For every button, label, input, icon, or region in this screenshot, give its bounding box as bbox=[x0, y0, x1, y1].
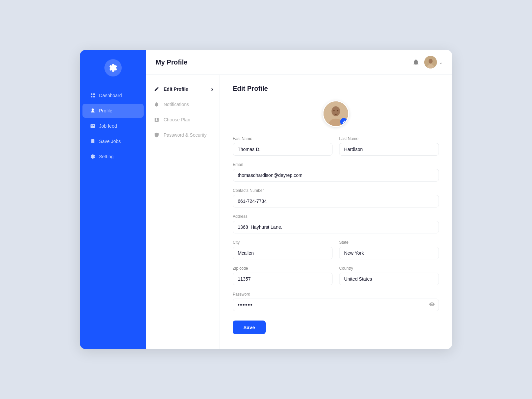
pencil-icon bbox=[154, 86, 160, 92]
contacts-group: Contacts Number bbox=[233, 188, 439, 207]
sidebar-item-label: Job feed bbox=[99, 123, 117, 129]
contacts-row: Contacts Number bbox=[233, 188, 439, 207]
page-title: My Profile bbox=[156, 59, 188, 66]
sidebar-item-label: Setting bbox=[99, 154, 114, 159]
form-title: Edit Profile bbox=[233, 85, 439, 92]
svg-rect-0 bbox=[91, 93, 92, 95]
app-container: Dashboard Profile Job feed bbox=[80, 50, 452, 349]
country-group: Country bbox=[339, 266, 439, 285]
last-name-label: Last Name bbox=[339, 136, 439, 141]
bell-small-icon bbox=[154, 101, 160, 107]
sidebar-item-job-feed[interactable]: Job feed bbox=[82, 119, 144, 133]
state-label: State bbox=[339, 240, 439, 245]
svg-rect-1 bbox=[93, 93, 95, 95]
bookmark-icon bbox=[90, 138, 96, 144]
chevron-down-icon: ⌄ bbox=[439, 60, 443, 65]
header-right: ⌄ bbox=[412, 56, 443, 68]
form-panel: Edit Profile bbox=[219, 75, 452, 349]
sidebar-item-label: Dashboard bbox=[99, 93, 122, 98]
logo-gear-icon bbox=[108, 63, 118, 72]
user-avatar-button[interactable]: ⌄ bbox=[424, 56, 443, 68]
content-area: Edit Profile Notifications Choose Plan bbox=[146, 75, 452, 349]
sub-nav-item-label: Edit Profile bbox=[164, 86, 188, 92]
avatar-section bbox=[233, 100, 439, 127]
first-name-input[interactable] bbox=[233, 143, 332, 156]
save-button[interactable]: Save bbox=[233, 321, 266, 334]
avatar bbox=[424, 56, 437, 68]
zip-country-row: Zip code Country bbox=[233, 266, 439, 285]
address-input[interactable] bbox=[233, 221, 439, 233]
city-state-row: City State bbox=[233, 240, 439, 259]
city-group: City bbox=[233, 240, 332, 259]
password-group: Password bbox=[233, 292, 439, 311]
email-input[interactable] bbox=[233, 169, 439, 182]
sub-nav-item-label: Choose Plan bbox=[164, 117, 190, 122]
sidebar-item-label: Profile bbox=[99, 108, 112, 113]
first-name-group: Fast Name bbox=[233, 136, 332, 156]
city-label: City bbox=[233, 240, 332, 245]
svg-point-5 bbox=[429, 59, 433, 64]
name-row: Fast Name Last Name bbox=[233, 136, 439, 156]
sidebar-item-dashboard[interactable]: Dashboard bbox=[82, 88, 144, 102]
address-label: Address bbox=[233, 214, 439, 219]
sidebar-item-label: Save Jobs bbox=[99, 139, 121, 144]
email-row: Email bbox=[233, 162, 439, 182]
sidebar-logo bbox=[104, 59, 122, 76]
last-name-group: Last Name bbox=[339, 136, 439, 156]
sidebar-item-setting[interactable]: Setting bbox=[82, 150, 144, 164]
svg-rect-3 bbox=[93, 96, 95, 97]
sub-nav-item-label: Notifications bbox=[164, 102, 189, 107]
address-row: Address bbox=[233, 214, 439, 233]
shield-icon bbox=[154, 132, 160, 138]
sidebar: Dashboard Profile Job feed bbox=[80, 50, 146, 349]
toggle-password-icon[interactable] bbox=[429, 301, 435, 309]
email-group: Email bbox=[233, 162, 439, 182]
grid-icon bbox=[90, 92, 96, 98]
contacts-input[interactable] bbox=[233, 195, 439, 207]
sidebar-item-profile[interactable]: Profile bbox=[82, 104, 144, 118]
mail-icon bbox=[90, 123, 96, 129]
password-label: Password bbox=[233, 292, 439, 297]
first-name-label: Fast Name bbox=[233, 136, 332, 141]
password-input[interactable] bbox=[233, 299, 439, 311]
sub-nav-edit-profile[interactable]: Edit Profile bbox=[146, 81, 219, 97]
sidebar-navigation: Dashboard Profile Job feed bbox=[80, 88, 146, 164]
sub-navigation: Edit Profile Notifications Choose Plan bbox=[146, 75, 219, 349]
password-wrap bbox=[233, 299, 439, 311]
edit-avatar-button[interactable] bbox=[340, 118, 347, 125]
plan-icon bbox=[154, 117, 160, 123]
state-group: State bbox=[339, 240, 439, 259]
notification-bell-icon[interactable] bbox=[412, 59, 420, 66]
sub-nav-choose-plan[interactable]: Choose Plan bbox=[146, 112, 219, 127]
sub-nav-item-label: Password & Security bbox=[164, 132, 206, 138]
zip-group: Zip code bbox=[233, 266, 332, 285]
svg-point-10 bbox=[333, 110, 335, 111]
settings-icon bbox=[90, 154, 96, 160]
svg-point-11 bbox=[337, 110, 338, 111]
main-area: My Profile ⌄ bbox=[146, 50, 452, 349]
address-group: Address bbox=[233, 214, 439, 233]
last-name-input[interactable] bbox=[339, 143, 439, 156]
zip-input[interactable] bbox=[233, 273, 332, 285]
country-label: Country bbox=[339, 266, 439, 271]
zip-label: Zip code bbox=[233, 266, 332, 271]
country-input[interactable] bbox=[339, 273, 439, 285]
email-label: Email bbox=[233, 162, 439, 167]
sub-nav-notifications[interactable]: Notifications bbox=[146, 97, 219, 112]
sub-nav-password-security[interactable]: Password & Security bbox=[146, 127, 219, 143]
user-icon bbox=[90, 108, 96, 114]
password-row: Password bbox=[233, 292, 439, 311]
contacts-label: Contacts Number bbox=[233, 188, 439, 193]
profile-avatar bbox=[323, 100, 349, 127]
top-header: My Profile ⌄ bbox=[146, 50, 452, 75]
sidebar-item-save-jobs[interactable]: Save Jobs bbox=[82, 134, 144, 148]
city-input[interactable] bbox=[233, 247, 332, 259]
state-input[interactable] bbox=[339, 247, 439, 259]
svg-rect-2 bbox=[91, 96, 92, 97]
